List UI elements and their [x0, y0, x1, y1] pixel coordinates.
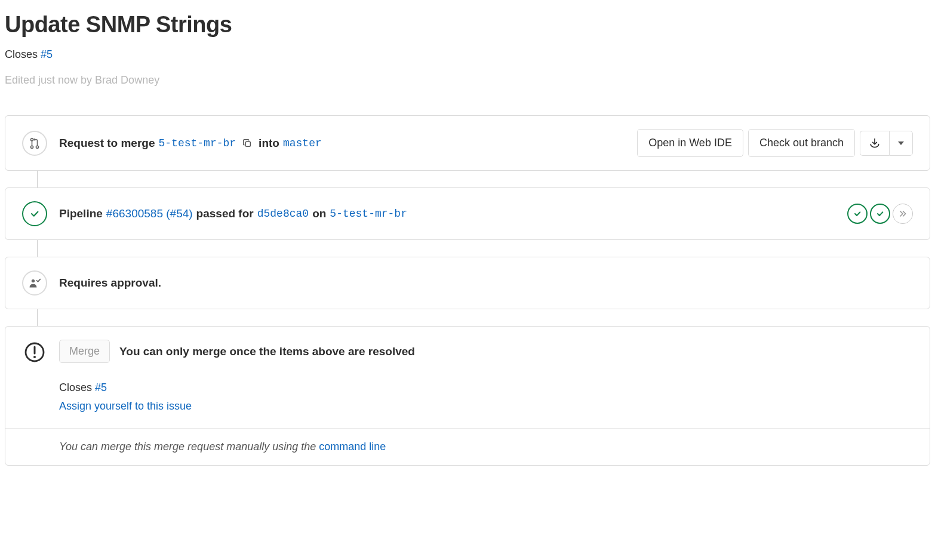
svg-point-2 — [36, 146, 38, 148]
svg-point-0 — [30, 138, 33, 140]
request-merge-panel: Request to merge 5-test-mr-br into maste… — [5, 115, 930, 171]
download-button[interactable] — [860, 131, 889, 156]
command-line-link[interactable]: command line — [319, 441, 386, 453]
stage-passed-icon[interactable] — [847, 204, 868, 224]
closes-label: Closes — [5, 48, 38, 60]
merge-closes-issue-link[interactable]: #5 — [95, 381, 107, 393]
pipeline-passed-icon — [22, 201, 47, 226]
on-label: on — [312, 207, 326, 220]
closes-issue-link[interactable]: #5 — [41, 48, 53, 60]
edited-author: Brad Downey — [95, 74, 159, 86]
closes-line: Closes #5 — [5, 48, 930, 61]
svg-point-7 — [33, 356, 36, 358]
download-dropdown-button[interactable] — [889, 131, 913, 156]
svg-point-4 — [32, 279, 35, 282]
into-label: into — [259, 137, 279, 150]
approval-panel: Requires approval. — [5, 257, 930, 309]
svg-point-1 — [30, 146, 33, 148]
chevron-down-icon — [898, 141, 904, 145]
merge-closes-block: Closes #5 Assign yourself to this issue — [5, 371, 930, 419]
merge-closes-label: Closes — [59, 381, 92, 393]
pipeline-panel: Pipeline #66300585 (#54) passed for d5de… — [5, 187, 930, 240]
warning-icon — [22, 340, 47, 365]
edited-info: Edited just now by Brad Downey — [5, 74, 930, 87]
svg-rect-3 — [245, 141, 250, 146]
merge-request-icon — [22, 131, 47, 156]
source-branch-link[interactable]: 5-test-mr-br — [158, 137, 236, 149]
checkout-branch-button[interactable]: Check out branch — [748, 129, 855, 157]
merge-blocked-msg: You can only merge once the items above … — [119, 345, 415, 358]
pipeline-passed-label: passed for — [196, 207, 254, 220]
connector — [5, 309, 930, 326]
request-merge-label: Request to merge — [59, 137, 155, 150]
merge-panel: Merge You can only merge once the items … — [5, 326, 930, 466]
commit-link[interactable]: d5de8ca0 — [257, 208, 309, 220]
pipeline-id-link[interactable]: #66300585 (#54) — [106, 207, 193, 220]
copy-branch-icon[interactable] — [239, 138, 255, 149]
merge-button: Merge — [59, 340, 110, 363]
stage-more-icon[interactable] — [893, 204, 913, 224]
approval-label: Requires approval. — [59, 276, 161, 290]
connector — [5, 171, 930, 187]
target-branch-link[interactable]: master — [283, 137, 322, 149]
assign-yourself-link[interactable]: Assign yourself to this issue — [59, 400, 192, 412]
pipeline-branch-link[interactable]: 5-test-mr-br — [330, 208, 407, 220]
approval-icon — [22, 270, 47, 296]
pipeline-label: Pipeline — [59, 207, 103, 220]
stage-passed-icon[interactable] — [870, 204, 890, 224]
connector — [5, 240, 930, 257]
manual-merge-block: You can merge this merge request manuall… — [5, 428, 930, 465]
open-web-ide-button[interactable]: Open in Web IDE — [637, 129, 743, 157]
mr-title: Update SNMP Strings — [5, 12, 930, 38]
merge-actions: Open in Web IDE Check out branch — [637, 129, 913, 157]
pipeline-stage-icons — [847, 204, 913, 224]
